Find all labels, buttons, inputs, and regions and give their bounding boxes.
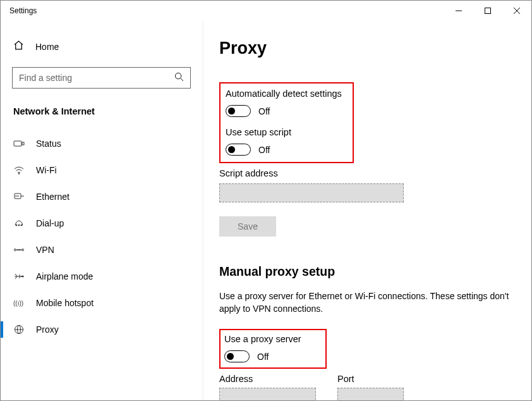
script-address-label: Script address — [219, 168, 515, 178]
svg-point-17 — [15, 249, 16, 251]
sidebar-item-status[interactable]: Status — [1, 130, 202, 157]
sidebar-item-ethernet[interactable]: Ethernet — [1, 183, 202, 210]
svg-point-21 — [19, 250, 20, 250]
ethernet-icon — [13, 192, 25, 201]
use-proxy-label: Use a proxy server — [224, 334, 320, 344]
sidebar-item-dialup[interactable]: Dial-up — [1, 210, 202, 237]
setup-script-toggle[interactable] — [226, 144, 251, 156]
auto-detect-state: Off — [258, 106, 270, 116]
port-input[interactable] — [337, 388, 404, 400]
address-label: Address — [219, 374, 316, 384]
manual-section-desc: Use a proxy server for Ethernet or Wi-Fi… — [219, 290, 510, 315]
home-icon — [13, 40, 24, 53]
home-nav[interactable]: Home — [1, 34, 202, 59]
script-address-input[interactable] — [219, 183, 404, 202]
sidebar-item-proxy[interactable]: Proxy — [1, 316, 202, 343]
search-icon — [174, 72, 184, 84]
setup-script-state: Off — [258, 145, 270, 155]
category-header: Network & Internet — [1, 100, 202, 125]
svg-rect-1 — [485, 8, 491, 14]
svg-point-20 — [18, 250, 18, 250]
svg-point-16 — [21, 225, 22, 226]
hotspot-icon: ((ı)) — [13, 299, 25, 307]
sidebar-item-hotspot[interactable]: ((ı)) Mobile hotspot — [1, 290, 202, 316]
svg-point-15 — [18, 225, 20, 226]
airplane-icon — [13, 272, 25, 281]
sidebar-item-label: Mobile hotspot — [36, 298, 94, 308]
setup-script-label: Use setup script — [226, 127, 346, 137]
use-proxy-state: Off — [257, 352, 269, 362]
main-content: Proxy Automatically detect settings Off … — [203, 21, 531, 400]
proxy-icon — [13, 324, 25, 335]
svg-point-4 — [175, 73, 181, 78]
sidebar-item-label: Ethernet — [36, 192, 70, 202]
auto-detect-toggle[interactable] — [226, 105, 251, 117]
sidebar: Home Network & Internet Status Wi-Fi Eth… — [1, 21, 203, 400]
sidebar-item-label: Airplane mode — [36, 271, 93, 281]
svg-rect-7 — [22, 142, 24, 145]
sidebar-item-label: Wi-Fi — [36, 165, 57, 175]
sidebar-item-wifi[interactable]: Wi-Fi — [1, 157, 202, 183]
svg-text:((ı)): ((ı)) — [13, 300, 23, 307]
sidebar-item-label: VPN — [36, 245, 54, 255]
maximize-button[interactable] — [473, 1, 502, 21]
address-input[interactable] — [219, 388, 316, 400]
highlight-auto-section: Automatically detect settings Off Use se… — [219, 82, 354, 163]
close-button[interactable] — [502, 1, 531, 21]
dialup-icon — [13, 219, 25, 228]
sidebar-item-airplane[interactable]: Airplane mode — [1, 263, 202, 290]
search-box[interactable] — [12, 67, 191, 89]
save-button[interactable]: Save — [219, 216, 276, 237]
minimize-button[interactable] — [444, 1, 473, 21]
sidebar-item-vpn[interactable]: VPN — [1, 237, 202, 263]
vpn-icon — [13, 245, 25, 254]
svg-line-5 — [181, 78, 183, 80]
svg-point-18 — [22, 249, 24, 251]
auto-detect-label: Automatically detect settings — [226, 89, 346, 99]
svg-point-14 — [16, 225, 17, 226]
status-icon — [13, 139, 25, 148]
port-label: Port — [337, 374, 404, 384]
window-title: Settings — [9, 6, 37, 15]
highlight-proxy-section: Use a proxy server Off — [219, 329, 327, 369]
sidebar-item-label: Status — [36, 139, 61, 149]
home-label: Home — [35, 42, 59, 52]
svg-rect-6 — [14, 141, 21, 146]
search-input[interactable] — [19, 73, 174, 83]
svg-point-8 — [18, 173, 20, 175]
wifi-icon — [13, 166, 25, 175]
use-proxy-toggle[interactable] — [224, 350, 250, 362]
manual-section-header: Manual proxy setup — [219, 264, 515, 279]
sidebar-item-label: Proxy — [36, 324, 59, 335]
window-controls — [444, 1, 531, 21]
svg-point-22 — [20, 250, 21, 250]
page-title: Proxy — [219, 39, 515, 58]
sidebar-item-label: Dial-up — [36, 218, 64, 228]
